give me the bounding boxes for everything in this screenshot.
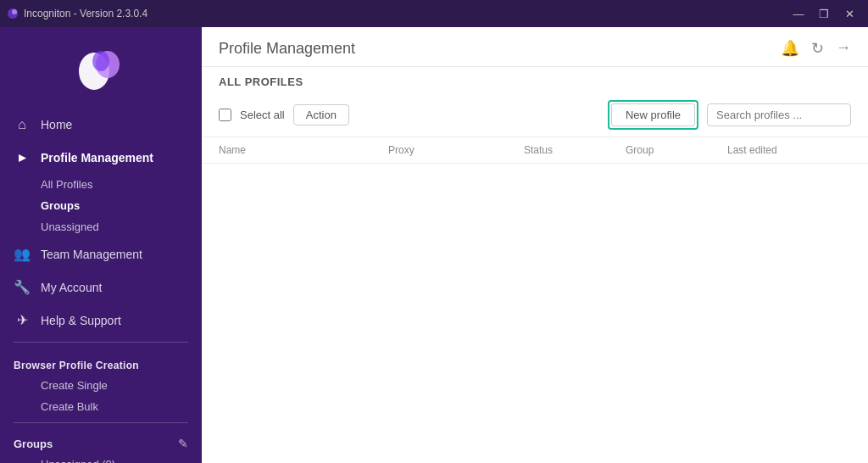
home-icon: ⌂ [14, 117, 31, 132]
col-header-proxy: Proxy [388, 144, 524, 156]
page-title: Profile Management [219, 40, 355, 58]
new-profile-btn-wrapper: New profile [608, 100, 698, 130]
team-icon: 👥 [14, 246, 31, 262]
refresh-icon[interactable]: ↻ [811, 39, 824, 58]
select-all-checkbox[interactable] [219, 109, 231, 121]
sidebar-item-profile-management-label: Profile Management [41, 151, 153, 165]
sidebar-item-team-label: Team Management [41, 248, 142, 261]
app-icon [7, 8, 19, 20]
sidebar-item-home-label: Home [41, 118, 72, 131]
title-bar-left: Incogniton - Version 2.3.0.4 [7, 8, 147, 20]
divider-2 [14, 422, 188, 423]
sidebar-item-home[interactable]: ⌂ Home [0, 109, 202, 141]
groups-section-row: Groups ✎ [0, 428, 202, 454]
title-bar: Incogniton - Version 2.3.0.4 — ❐ ✕ [0, 0, 868, 27]
sidebar-nav: ⌂ Home ▸ Profile Management All Profiles… [0, 109, 202, 463]
maximize-button[interactable]: ❐ [812, 4, 836, 23]
sidebar-item-help-support[interactable]: ✈ Help & Support [0, 304, 202, 337]
action-button[interactable]: Action [293, 104, 349, 126]
sidebar-item-team-management[interactable]: 👥 Team Management [0, 237, 202, 271]
notification-icon[interactable]: 🔔 [781, 39, 799, 58]
send-icon: ✈ [14, 312, 31, 328]
select-all-label[interactable]: Select all [240, 109, 285, 121]
header-icons: 🔔 ↻ → [781, 39, 851, 58]
cursor-icon: ▸ [14, 149, 31, 165]
svg-point-4 [92, 51, 109, 71]
main-header: Profile Management 🔔 ↻ → [202, 27, 868, 67]
toolbar-right: New profile [608, 100, 851, 130]
wrench-icon: 🔧 [14, 279, 31, 295]
search-profiles-input[interactable] [707, 103, 851, 126]
title-bar-controls: — ❐ ✕ [787, 4, 861, 23]
col-header-last-edited: Last edited [727, 144, 851, 156]
minimize-button[interactable]: — [787, 4, 810, 23]
new-profile-button[interactable]: New profile [611, 103, 695, 126]
sidebar-unassigned-group[interactable]: Unassigned (0) [0, 454, 202, 463]
sidebar-item-my-account-label: My Account [41, 281, 102, 294]
section-title-bar: ALL PROFILES [202, 67, 868, 95]
table-header: Name Proxy Status Group Last edited [202, 137, 868, 164]
sidebar: ⌂ Home ▸ Profile Management All Profiles… [0, 27, 202, 463]
logo-svg [75, 44, 126, 95]
sidebar-sub-groups[interactable]: Groups [0, 195, 202, 216]
close-button[interactable]: ✕ [837, 4, 861, 23]
table-body [202, 164, 868, 463]
sidebar-logo [0, 27, 202, 109]
sidebar-item-profile-management[interactable]: ▸ Profile Management [0, 141, 202, 174]
app-title: Incogniton - Version 2.3.0.4 [24, 8, 147, 20]
sidebar-sub-unassigned[interactable]: Unassigned [0, 216, 202, 237]
col-header-status: Status [524, 144, 626, 156]
groups-label: Groups [14, 438, 53, 450]
col-header-name: Name [219, 144, 388, 156]
col-header-group: Group [626, 144, 727, 156]
sidebar-create-bulk[interactable]: Create Bulk [0, 396, 202, 417]
forward-icon[interactable]: → [836, 39, 851, 58]
sidebar-create-single[interactable]: Create Single [0, 375, 202, 396]
toolbar: Select all Action New profile [202, 95, 868, 137]
sidebar-sub-all-profiles[interactable]: All Profiles [0, 174, 202, 195]
main-content: Profile Management 🔔 ↻ → ALL PROFILES Se… [202, 27, 868, 463]
sidebar-item-help-label: Help & Support [41, 314, 121, 327]
divider-1 [14, 342, 188, 343]
svg-point-1 [12, 9, 17, 14]
sidebar-item-my-account[interactable]: 🔧 My Account [0, 271, 202, 304]
browser-profile-creation-label: Browser Profile Creation [0, 348, 202, 375]
groups-edit-icon[interactable]: ✎ [178, 437, 188, 450]
app-body: ⌂ Home ▸ Profile Management All Profiles… [0, 27, 868, 463]
